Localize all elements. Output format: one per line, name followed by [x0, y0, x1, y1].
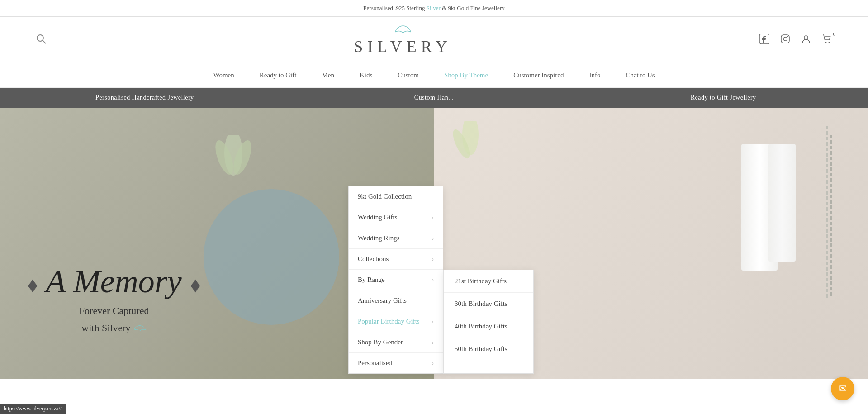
dropdown-main-menu: 9kt Gold Collection Wedding Gifts › Wedd…	[348, 186, 443, 374]
logo[interactable]: SILVERY	[354, 37, 452, 56]
search-icon	[36, 34, 46, 44]
svg-point-6	[804, 36, 808, 39]
nav-item-customer-inspired[interactable]: Customer Inspired	[501, 63, 576, 87]
chain-decoration	[826, 126, 832, 298]
account-icon[interactable]	[801, 34, 811, 46]
svg-line-1	[43, 40, 46, 43]
dropdown-label: Shop By Gender	[358, 338, 403, 346]
hero-text-overlay: ♦ A Memory ♦ Forever Captured with Silve…	[27, 264, 201, 334]
nav-item-ready-to-gift[interactable]: Ready to Gift	[247, 63, 309, 87]
chevron-right-icon: ›	[432, 235, 434, 242]
dropdown-sub-item-40th[interactable]: 40th Birthday Gifts	[444, 315, 533, 338]
flower-right	[448, 121, 493, 182]
dropdown-label: Wedding Rings	[358, 234, 400, 242]
dropdown-sub-menu: 21st Birthday Gifts 30th Birthday Gifts …	[443, 270, 534, 374]
nav-item-shop-by-theme[interactable]: Shop By Theme	[432, 63, 501, 87]
svg-point-7	[825, 42, 827, 43]
dropdown-item-wedding-gifts[interactable]: Wedding Gifts ›	[349, 207, 443, 228]
dropdown-item-9kt-gold[interactable]: 9kt Gold Collection	[349, 186, 443, 207]
hero-subtitle-line1: Forever Captured	[27, 305, 201, 317]
dropdown-label: By Range	[358, 276, 385, 284]
banner-silver: Silver	[427, 5, 441, 11]
dropdown-item-personalised[interactable]: Personalised ›	[349, 353, 443, 373]
dropdown-label: 9kt Gold Collection	[358, 193, 412, 200]
hero-section: ♦ A Memory ♦ Forever Captured with Silve…	[0, 108, 868, 379]
candle2-decoration	[768, 144, 796, 262]
chevron-right-icon: ›	[432, 360, 434, 366]
nav-item-info[interactable]: Info	[576, 63, 613, 87]
dropdown-item-collections[interactable]: Collections ›	[349, 249, 443, 270]
dropdown-item-anniversary-gifts[interactable]: Anniversary Gifts	[349, 290, 443, 311]
hero-plate	[204, 189, 339, 325]
chevron-right-icon: ›	[432, 214, 434, 221]
instagram-icon[interactable]	[780, 34, 790, 46]
bird-logo	[394, 24, 412, 37]
main-nav: Women Ready to Gift Men Kids Custom Shop…	[0, 63, 868, 88]
nav-item-chat[interactable]: Chat to Us	[613, 63, 667, 87]
nav-item-custom[interactable]: Custom	[385, 63, 432, 87]
dropdown-container: 9kt Gold Collection Wedding Gifts › Wedd…	[348, 186, 534, 374]
svg-point-0	[37, 35, 43, 41]
dropdown-item-wedding-rings[interactable]: Wedding Rings ›	[349, 228, 443, 249]
top-banner: Personalised .925 Sterling Silver & 9kt …	[0, 0, 868, 17]
dropdown-item-shop-by-gender[interactable]: Shop By Gender ›	[349, 332, 443, 353]
chevron-right-icon: ›	[432, 276, 434, 283]
facebook-icon[interactable]	[759, 34, 769, 46]
dark-banner: Personalised Handcrafted Jewellery Custo…	[0, 88, 868, 108]
hero-subtitle-line2: with Silvery	[27, 322, 201, 334]
dark-banner-item-3: Ready to Gift Jewellery	[579, 94, 868, 101]
dropdown-sub-item-50th[interactable]: 50th Birthday Gifts	[444, 338, 533, 360]
header-left	[36, 34, 46, 46]
dropdown-label: Personalised	[358, 359, 392, 367]
dropdown-item-by-range[interactable]: By Range ›	[349, 270, 443, 290]
dropdown-label: Anniversary Gifts	[358, 297, 407, 305]
svg-rect-3	[781, 35, 789, 43]
nav-item-kids[interactable]: Kids	[347, 63, 385, 87]
hero-title: ♦ A Memory ♦	[27, 264, 201, 300]
chevron-right-icon: ›	[432, 318, 434, 325]
svg-point-8	[829, 42, 830, 43]
dropdown-label: Popular Birthday Gifts	[358, 318, 420, 325]
dropdown-sub-item-30th[interactable]: 30th Birthday Gifts	[444, 293, 533, 315]
dark-banner-item-1: Personalised Handcrafted Jewellery	[0, 94, 289, 101]
nav-item-women[interactable]: Women	[200, 63, 247, 87]
header: SILVERY	[0, 17, 868, 63]
chevron-right-icon: ›	[432, 339, 434, 346]
header-center: SILVERY	[354, 24, 452, 56]
cart-icon[interactable]: 0	[822, 34, 832, 46]
dropdown-label: Wedding Gifts	[358, 214, 398, 221]
search-button[interactable]	[36, 34, 46, 46]
nav-item-men[interactable]: Men	[309, 63, 347, 87]
header-right: 0	[759, 34, 832, 46]
cart-count: 0	[833, 31, 836, 37]
flower-decoration	[206, 135, 261, 200]
chevron-right-icon: ›	[432, 256, 434, 262]
dropdown-sub-item-21st[interactable]: 21st Birthday Gifts	[444, 270, 533, 293]
svg-point-5	[787, 36, 788, 37]
svg-point-4	[783, 37, 787, 41]
dropdown-label: Collections	[358, 255, 389, 263]
dark-banner-item-2: Custom Han...	[289, 94, 579, 101]
dropdown-item-popular-birthday-gifts[interactable]: Popular Birthday Gifts ›	[349, 311, 443, 332]
banner-text: Personalised .925 Sterling Silver & 9kt …	[363, 5, 504, 11]
